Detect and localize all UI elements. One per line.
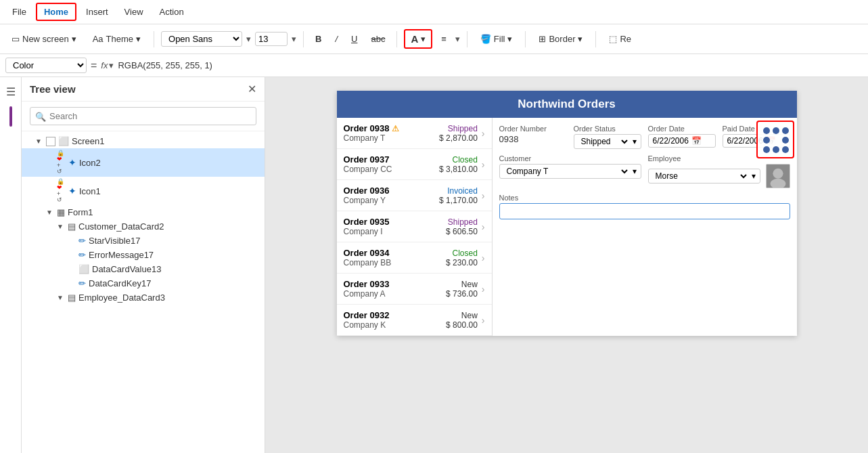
datacard-icon: ▤ — [68, 293, 76, 303]
property-select[interactable]: Color Fill BorderColor — [5, 58, 87, 73]
chevron-down-icon: ▼ — [46, 209, 54, 216]
order-date-input[interactable]: 6/22/2006 📅 — [648, 134, 716, 148]
node-checkbox — [46, 137, 55, 146]
tree-node-screen1[interactable]: ▼ ⬜ Screen1 — [22, 134, 265, 148]
customer-dropdown[interactable]: Company T Company CC Company Y — [504, 166, 630, 177]
fx-button[interactable]: fx ▾ — [101, 60, 114, 70]
fill-icon: 🪣 — [480, 34, 491, 44]
tree-node-customer-datacard2[interactable]: ▼ ▤ Customer_DataCard2 — [22, 219, 265, 234]
order-company: Company Y — [344, 196, 436, 205]
order-status-amount: New $ 736.00 — [446, 280, 478, 299]
order-company: Company BB — [344, 258, 442, 267]
menu-action[interactable]: Action — [153, 4, 191, 20]
chevron-right-icon: › — [482, 315, 485, 326]
employee-dropdown[interactable]: Morse Jones — [653, 171, 749, 181]
formula-input[interactable] — [118, 60, 863, 70]
icon-overlay[interactable] — [756, 121, 794, 158]
order-status-dropdown[interactable]: Shipped Invoiced Closed New — [578, 136, 630, 147]
italic-button[interactable]: / — [330, 31, 342, 47]
menu-insert[interactable]: Insert — [79, 4, 115, 20]
order-item-0932[interactable]: Order 0932 Company K New $ 800.00 › — [337, 305, 492, 336]
order-item-0933[interactable]: Order 0933 Company A New $ 736.00 › — [337, 274, 492, 305]
order-item-0935[interactable]: Order 0935 Company I Shipped $ 606.50 › — [337, 211, 492, 242]
hamburger-menu-icon[interactable]: ☰ — [3, 83, 18, 101]
order-info: Order 0933 Company A — [344, 279, 442, 299]
order-item-0937[interactable]: Order 0937 Company CC Closed $ 3,810.00 … — [337, 149, 492, 180]
order-status-label: Order Status — [574, 125, 641, 133]
order-amount: $ 1,170.00 — [439, 196, 478, 205]
chevron-down-icon: ▾ — [633, 137, 637, 146]
bold-button[interactable]: B — [311, 31, 326, 47]
font-size-input[interactable] — [255, 32, 288, 46]
border-icon: ⊞ — [539, 34, 546, 44]
fill-button[interactable]: 🪣 Fill ▾ — [474, 30, 519, 47]
tree-node-employee-datacard3[interactable]: ▼ ▤ Employee_DataCard3 — [22, 290, 265, 305]
refresh-icon: ↺ — [57, 169, 64, 175]
order-item-0934[interactable]: Order 0934 Company BB Closed $ 230.00 › — [337, 242, 492, 274]
tree-close-button[interactable]: ✕ — [248, 83, 256, 95]
tree-node-errormessage17[interactable]: ✏ ErrorMessage17 — [22, 248, 265, 262]
tree-search-section: 🔍 — [22, 102, 265, 131]
notes-input[interactable] — [499, 203, 790, 219]
tree-panel: Tree view ✕ 🔍 ▼ ⬜ Screen1 — [22, 77, 265, 453]
chevron-right-icon: › — [482, 253, 485, 263]
tree-node-datacardvalue13[interactable]: ⬜ DataCardValue13 — [22, 262, 265, 276]
order-number: Order 0933 — [344, 279, 442, 289]
order-number: Order 0935 — [344, 217, 442, 227]
datacard-icon: ▤ — [68, 221, 76, 232]
detail-row-2: Customer Company T Company CC Company Y … — [499, 154, 790, 188]
reorder-button[interactable]: ⬚ Re — [603, 30, 637, 47]
order-item-0938[interactable]: Order 0938 ⚠ Company T Shipped $ 2,870.0… — [337, 118, 492, 149]
order-status-amount: Invoiced $ 1,170.00 — [439, 186, 478, 205]
employee-select[interactable]: Morse Jones ▾ — [648, 169, 760, 184]
menu-home[interactable]: Home — [36, 3, 76, 21]
dot — [773, 137, 779, 144]
order-info: Order 0932 Company K — [344, 310, 442, 330]
order-status-select[interactable]: Shipped Invoiced Closed New ▾ — [574, 134, 641, 149]
font-name-select[interactable]: Open Sans Arial Segoe UI — [161, 31, 242, 47]
chevron-right-icon: › — [482, 190, 485, 201]
tree-header: Tree view ✕ — [22, 77, 265, 102]
menu-view[interactable]: View — [118, 4, 150, 20]
separator — [396, 31, 397, 47]
order-number: Order 0936 — [344, 186, 436, 196]
tree-node-starvisible17[interactable]: ✏ StarVisible17 — [22, 234, 265, 248]
order-info: Order 0934 Company BB — [344, 248, 442, 267]
chevron-down-icon: ▾ — [109, 60, 114, 70]
strikethrough-button[interactable]: abc — [366, 31, 390, 47]
screen-icon: ▭ — [12, 34, 20, 44]
node-extra-icons: 🔒 ❤ + ↺ — [57, 179, 64, 203]
align-button[interactable]: ≡ — [436, 31, 451, 47]
customer-field: Customer Company T Company CC Company Y … — [499, 154, 641, 188]
component-icon: ✦ — [68, 186, 76, 196]
tree-search-input[interactable] — [30, 107, 256, 125]
font-color-button[interactable]: A ▾ — [404, 29, 432, 49]
input-icon: ⬜ — [78, 264, 89, 274]
menu-file[interactable]: File — [5, 4, 33, 20]
order-number-label: Order Number — [499, 125, 567, 133]
customer-label: Customer — [499, 154, 641, 163]
underline-button[interactable]: U — [346, 31, 362, 47]
chevron-down-icon: ▾ — [455, 34, 460, 44]
tree-node-icon2[interactable]: 🔒 ❤ + ↺ ✦ Icon2 — [22, 148, 265, 177]
order-company: Company A — [344, 289, 442, 299]
new-screen-button[interactable]: ▭ New screen ▾ — [5, 30, 83, 47]
order-date-field: Order Date 6/22/2006 📅 — [648, 125, 716, 149]
toolbar: ▭ New screen ▾ Aa Theme ▾ Open Sans Aria… — [0, 24, 868, 54]
tree-node-form1[interactable]: ▼ ▦ Form1 — [22, 205, 265, 219]
dot — [782, 137, 789, 144]
tree-node-datacardkey17[interactable]: ✏ DataCardKey17 — [22, 276, 265, 290]
order-status-amount: Closed $ 230.00 — [446, 249, 478, 267]
order-company: Company K — [344, 320, 442, 330]
theme-button[interactable]: Aa Theme ▾ — [87, 30, 147, 47]
customer-select[interactable]: Company T Company CC Company Y ▾ — [499, 164, 641, 179]
employee-field: Employee Morse Jones ▾ — [648, 154, 790, 188]
order-item-0936[interactable]: Order 0936 Company Y Invoiced $ 1,170.00… — [337, 180, 492, 211]
order-status-amount: Shipped $ 2,870.00 — [439, 124, 478, 143]
order-number-value: 0938 — [499, 134, 567, 144]
tree-node-icon1[interactable]: 🔒 ❤ + ↺ ✦ Icon1 — [22, 177, 265, 205]
separator — [525, 31, 526, 47]
separator — [467, 31, 467, 47]
form-icon: ▦ — [57, 207, 65, 217]
border-button[interactable]: ⊞ Border ▾ — [532, 30, 589, 47]
